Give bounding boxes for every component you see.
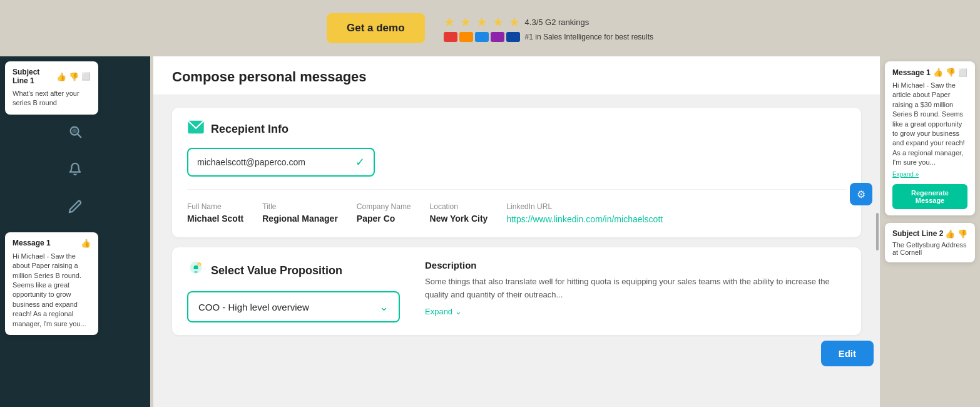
card1-copy[interactable]: ⬜ [81, 72, 91, 81]
badge-blue [475, 32, 489, 42]
badge-text: #1 in Sales Intelligence for best result… [525, 33, 653, 41]
msg1-right-title: Message 1 [892, 68, 931, 77]
value-prop-title: $ Select Value Proposition [187, 260, 400, 281]
compose-header: Compose personal messages [153, 56, 880, 95]
email-row: michaelscott@paperco.com ✓ [187, 148, 846, 177]
location-field: Location New York City [430, 202, 488, 225]
rating-text: 4.3/5 G2 rankings [525, 18, 590, 27]
badge-purple [491, 32, 504, 42]
email-input[interactable]: michaelscott@paperco.com ✓ [187, 148, 375, 177]
recipient-section: Recepient Info michaelscott@paperco.com … [172, 108, 861, 237]
linkedin-label: LinkedIn URL [506, 202, 663, 211]
msg1-expand-link[interactable]: Expand » [892, 171, 919, 178]
fullname-field: Full Name Michael Scott [187, 202, 243, 225]
msg1-right-thumbdown[interactable]: 👎 [946, 68, 956, 77]
subject2-thumbdown[interactable]: 👎 [957, 229, 967, 239]
star-4: ★ [493, 14, 504, 29]
scroll-indicator [876, 213, 879, 250]
badge-icons [444, 32, 520, 42]
gear-button[interactable]: ⚙ [850, 183, 872, 205]
value-dropdown[interactable]: COO - High level overview ⌄ [187, 291, 400, 322]
subject-line-2-card: Subject Line 2 👍 👎 The Gettysburg Addres… [885, 223, 975, 262]
msg1-left-header: Message 1 👍 [13, 239, 91, 248]
value-right: Description Some things that also transl… [425, 260, 846, 322]
regenerate-button[interactable]: Regenerate Message [892, 184, 967, 209]
title-field: Title Regional Manager [262, 202, 338, 225]
card1-header: Subject Line 1 👍 👎 ⬜ [13, 68, 91, 85]
recipient-label: Recepient Info [211, 123, 288, 136]
bulb-icon: $ [187, 260, 205, 281]
dropdown-value: COO - High level overview [198, 302, 309, 312]
msg1-left-title: Message 1 [13, 239, 51, 247]
info-fields: Full Name Michael Scott Title Regional M… [187, 189, 846, 225]
badge-darkblue [506, 32, 520, 42]
msg1-right-text: Hi Michael - Saw the article about Paper… [892, 81, 967, 168]
value-left: $ Select Value Proposition COO - High le… [187, 260, 400, 322]
title-value: Regional Manager [262, 214, 338, 224]
star-3: ★ [476, 14, 487, 29]
fullname-value: Michael Scott [187, 214, 243, 224]
email-check-icon: ✓ [355, 155, 365, 169]
location-value: New York City [430, 214, 488, 224]
msg1-left-thumbup[interactable]: 👍 [81, 239, 91, 248]
company-label: Company Name [357, 202, 411, 211]
msg1-right-thumbup[interactable]: 👍 [933, 68, 943, 77]
msg1-left-text: Hi Michael - Saw the about Paper raising… [13, 252, 91, 329]
subject2-header: Subject Line 2 👍 👎 [892, 229, 967, 239]
expand-label: Expand [425, 307, 452, 316]
value-prop-section: $ Select Value Proposition COO - High le… [172, 247, 861, 335]
left-panel: Subject Line 1 👍 👎 ⬜ What's next after y… [0, 56, 103, 407]
value-prop-label: Select Value Proposition [211, 264, 342, 277]
location-label: Location [430, 202, 488, 211]
badge-red [444, 32, 457, 42]
compose-body: Recepient Info michaelscott@paperco.com … [153, 95, 880, 358]
card1-text: What's next after your series B round [13, 89, 91, 108]
subject-line-1-card: Subject Line 1 👍 👎 ⬜ What's next after y… [5, 61, 98, 115]
desc-text: Some things that also translate well for… [425, 276, 846, 302]
linkedin-field: LinkedIn URL https://www.linkedin.com/in… [506, 202, 663, 225]
star-half: ★ [509, 14, 520, 29]
subject2-thumbup[interactable]: 👍 [945, 229, 955, 239]
subject2-title: Subject Line 2 [892, 229, 943, 238]
edit-button[interactable]: Edit [821, 341, 874, 366]
desc-title: Description [425, 260, 846, 270]
message-1-left-card: Message 1 👍 Hi Michael - Saw the about P… [5, 232, 98, 335]
msg1-right-header: Message 1 👍 👎 ⬜ [892, 68, 967, 77]
company-field: Company Name Paper Co [357, 202, 411, 225]
compose-title: Compose personal messages [172, 69, 367, 85]
envelope-icon [187, 120, 205, 138]
card1-thumbdown[interactable]: 👎 [69, 72, 79, 81]
card1-thumbup[interactable]: 👍 [56, 72, 66, 81]
stars-row: ★ ★ ★ ★ ★ 4.3/5 G2 rankings [444, 14, 653, 29]
subject2-text: The Gettysburg Address at Cornell [892, 241, 967, 256]
svg-rect-5 [194, 271, 197, 272]
top-bar: Get a demo ★ ★ ★ ★ ★ 4.3/5 G2 rankings #… [0, 0, 980, 56]
star-2: ★ [460, 14, 471, 29]
msg1-right-copy[interactable]: ⬜ [958, 68, 967, 77]
msg1-left-actions: 👍 [81, 239, 91, 248]
card1-title: Subject Line 1 [13, 68, 56, 85]
get-demo-button[interactable]: Get a demo [327, 13, 425, 43]
badge-orange [459, 32, 473, 42]
star-1: ★ [444, 14, 455, 29]
expand-chevron: ⌄ [455, 307, 462, 316]
msg1-right-actions: 👍 👎 ⬜ [933, 68, 967, 77]
dropdown-chevron: ⌄ [379, 300, 389, 314]
title-label: Title [262, 202, 338, 211]
expand-link[interactable]: Expand ⌄ [425, 307, 846, 316]
card1-actions: 👍 👎 ⬜ [56, 72, 91, 81]
fullname-label: Full Name [187, 202, 243, 211]
company-value: Paper Co [357, 214, 411, 224]
right-panel: Message 1 👍 👎 ⬜ Hi Michael - Saw the art… [880, 56, 980, 407]
badge-row: #1 in Sales Intelligence for best result… [444, 32, 653, 42]
recipient-title: Recepient Info [187, 120, 846, 138]
message-1-right-card: Message 1 👍 👎 ⬜ Hi Michael - Saw the art… [885, 61, 975, 215]
email-value: michaelscott@paperco.com [197, 157, 305, 167]
main-content: Compose personal messages Recepient Info… [153, 56, 880, 407]
ratings-block: ★ ★ ★ ★ ★ 4.3/5 G2 rankings #1 in Sales … [444, 14, 653, 42]
linkedin-link[interactable]: https://www.linkedin.com/in/michaelscott [506, 214, 663, 224]
